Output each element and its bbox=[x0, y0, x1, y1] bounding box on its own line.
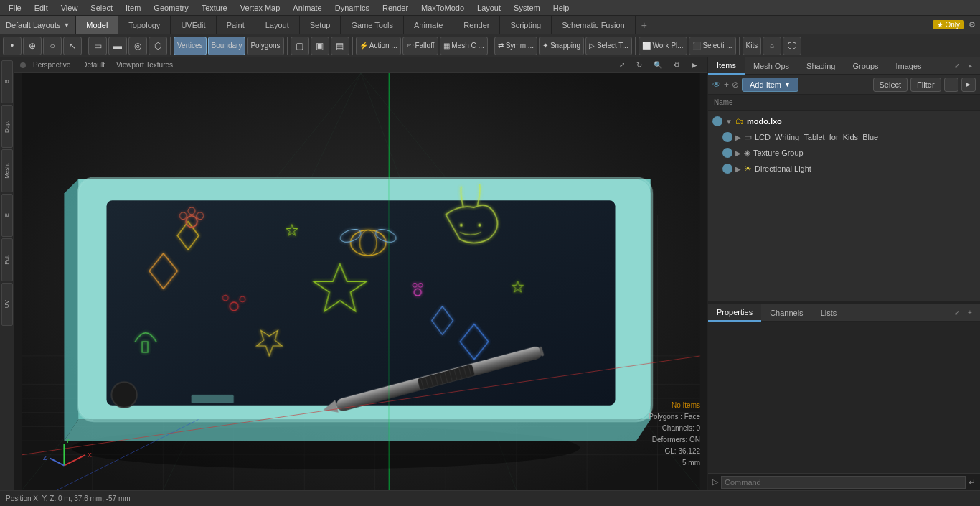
visibility-dot-light[interactable] bbox=[722, 164, 732, 174]
toolbar-sq3-btn[interactable]: ▤ bbox=[331, 37, 349, 55]
toolbar-action-btn[interactable]: ⚡ Action ... bbox=[356, 37, 401, 55]
viewport-view-label[interactable]: Default bbox=[77, 60, 109, 70]
expand-icon-modo[interactable]: ▼ bbox=[725, 118, 732, 126]
toolbar-work-pl-btn[interactable]: ⬜ Work Pl... bbox=[639, 37, 687, 55]
menu-help[interactable]: Help bbox=[547, 2, 575, 14]
item-row-texture-group[interactable]: ▶ ◈ Texture Group bbox=[708, 145, 980, 161]
menu-system[interactable]: System bbox=[508, 2, 546, 14]
toolbar-home-btn[interactable]: ⌂ bbox=[763, 37, 781, 55]
tab-items[interactable]: Items bbox=[708, 57, 745, 75]
menu-vertex-map[interactable]: Vertex Map bbox=[235, 2, 286, 14]
viewport-menu-icon[interactable]: ⚙ bbox=[669, 60, 684, 70]
tab-paint[interactable]: Paint bbox=[217, 16, 255, 34]
menu-select[interactable]: Select bbox=[85, 2, 118, 14]
toolbar-circle-btn[interactable]: ○ bbox=[43, 37, 62, 55]
tab-properties[interactable]: Properties bbox=[708, 304, 761, 322]
select-button[interactable]: Select bbox=[873, 78, 908, 92]
item-row-modo-lxo[interactable]: ▼ 🗂 modo.lxo bbox=[708, 113, 980, 129]
menu-item[interactable]: Item bbox=[120, 2, 146, 14]
visibility-dot-lcd[interactable] bbox=[722, 132, 732, 142]
toolbar-mesh-btn[interactable]: ▦ Mesh C ... bbox=[440, 37, 488, 55]
bottom-panel-plus-icon[interactable]: + bbox=[964, 307, 976, 319]
sidebar-btn-pol[interactable]: Pol. bbox=[1, 238, 13, 281]
layout-dropdown[interactable]: Default Layouts ▼ bbox=[0, 16, 76, 34]
menu-animate[interactable]: Animate bbox=[287, 2, 327, 14]
toolbar-rect1-btn[interactable]: ▭ bbox=[88, 37, 107, 55]
menu-view[interactable]: View bbox=[55, 2, 84, 14]
items-chevron-btn[interactable]: ▸ bbox=[961, 78, 976, 92]
toolbar-select-t-btn[interactable]: ▷ Select T... bbox=[585, 37, 632, 55]
sidebar-btn-uv[interactable]: UV bbox=[1, 283, 13, 326]
filter-button[interactable]: Filter bbox=[910, 78, 941, 92]
tab-mesh-ops[interactable]: Mesh Ops bbox=[745, 57, 798, 75]
visibility-dot-modo[interactable] bbox=[712, 116, 722, 126]
tab-setup[interactable]: Setup bbox=[300, 16, 341, 34]
viewport-rotate-icon[interactable]: ↻ bbox=[632, 60, 646, 70]
toolbar-dot-btn[interactable]: • bbox=[3, 37, 22, 55]
menu-layout[interactable]: Layout bbox=[471, 2, 507, 14]
tab-groups[interactable]: Groups bbox=[844, 57, 887, 75]
items-minus-btn[interactable]: − bbox=[944, 78, 958, 92]
tab-layout[interactable]: Layout bbox=[255, 16, 300, 34]
toolbar-circ-btn[interactable]: ◎ bbox=[128, 37, 147, 55]
toolbar-kits-btn[interactable]: Kits bbox=[743, 37, 762, 55]
expand-icon-lcd[interactable]: ▶ bbox=[735, 133, 741, 141]
expand-icon-light[interactable]: ▶ bbox=[735, 165, 741, 173]
menu-edit[interactable]: Edit bbox=[29, 2, 54, 14]
item-row-lcd-tablet[interactable]: ▶ ▭ LCD_Writing_Tablet_for_Kids_Blue bbox=[708, 129, 980, 145]
menu-maxtomodo[interactable]: MaxToModo bbox=[415, 2, 470, 14]
viewport-expand-icon[interactable]: ⤢ bbox=[615, 60, 629, 70]
toolbar-sq1-btn[interactable]: ▢ bbox=[291, 37, 309, 55]
viewport-canvas[interactable]: X Y Z No Items Polygons : Face Channels:… bbox=[14, 73, 707, 490]
tab-images[interactable]: Images bbox=[887, 57, 930, 75]
menu-render[interactable]: Render bbox=[377, 2, 414, 14]
tab-lists[interactable]: Lists bbox=[812, 304, 846, 322]
toolbar-arrow-btn[interactable]: ↖ bbox=[63, 37, 82, 55]
menu-geometry[interactable]: Geometry bbox=[148, 2, 194, 14]
viewport-zoom-icon[interactable]: 🔍 bbox=[649, 60, 666, 70]
toolbar-hex-btn[interactable]: ⬡ bbox=[149, 37, 167, 55]
tab-topology[interactable]: Topology bbox=[118, 16, 171, 34]
toolbar-symm-btn[interactable]: ⇄ Symm ... bbox=[494, 37, 537, 55]
tab-scripting[interactable]: Scripting bbox=[500, 16, 552, 34]
tab-animate[interactable]: Animate bbox=[404, 16, 453, 34]
menu-dynamics[interactable]: Dynamics bbox=[329, 2, 375, 14]
toolbar-boundary-btn[interactable]: Boundary bbox=[208, 37, 246, 55]
add-layout-tab-button[interactable]: + bbox=[636, 16, 653, 34]
toolbar-snapping-btn[interactable]: ✦ Snapping bbox=[539, 37, 584, 55]
tab-uvedit[interactable]: UVEdit bbox=[171, 16, 216, 34]
viewport-texture-label[interactable]: Viewport Textures bbox=[112, 60, 177, 70]
toolbar-sq2-btn[interactable]: ▣ bbox=[311, 37, 329, 55]
tab-render[interactable]: Render bbox=[453, 16, 500, 34]
sidebar-btn-e[interactable]: E bbox=[1, 194, 13, 237]
tab-shading[interactable]: Shading bbox=[798, 57, 844, 75]
toolbar-vertices-btn[interactable]: Vertices bbox=[174, 37, 207, 55]
item-row-directional-light[interactable]: ▶ ☀ Directional Light bbox=[708, 161, 980, 177]
tab-channels[interactable]: Channels bbox=[761, 304, 811, 322]
tab-schematic-fusion[interactable]: Schematic Fusion bbox=[552, 16, 635, 34]
panel-expand-icon[interactable]: ⤢ bbox=[951, 60, 963, 72]
visibility-dot-texture[interactable] bbox=[722, 148, 732, 158]
sidebar-btn-dup[interactable]: Dup. bbox=[1, 105, 13, 148]
panel-chevron-icon[interactable]: ▸ bbox=[964, 60, 976, 72]
viewport-camera-label[interactable]: Perspective bbox=[29, 60, 75, 70]
tab-model[interactable]: Model bbox=[76, 16, 118, 34]
toolbar-selecti-btn[interactable]: ⬛ Selecti ... bbox=[689, 37, 736, 55]
tab-game-tools[interactable]: Game Tools bbox=[341, 16, 404, 34]
command-submit-icon[interactable]: ↵ bbox=[969, 477, 976, 487]
toolbar-polygons-btn[interactable]: Polygons bbox=[247, 37, 283, 55]
sidebar-btn-mesh[interactable]: Mesh. bbox=[1, 149, 13, 192]
settings-icon[interactable]: ⚙ bbox=[969, 20, 976, 29]
menu-file[interactable]: File bbox=[3, 2, 27, 14]
add-item-button[interactable]: Add Item ▼ bbox=[742, 78, 798, 92]
sidebar-btn-b[interactable]: B bbox=[1, 60, 13, 103]
viewport-play-icon[interactable]: ▶ bbox=[687, 60, 702, 70]
expand-icon-texture[interactable]: ▶ bbox=[735, 149, 741, 157]
command-input[interactable] bbox=[721, 476, 966, 489]
toolbar-rect2-btn[interactable]: ▬ bbox=[108, 37, 127, 55]
toolbar-falloff-btn[interactable]: ⬿ Falloff bbox=[402, 37, 438, 55]
toolbar-world-btn[interactable]: ⊕ bbox=[23, 37, 42, 55]
menu-texture[interactable]: Texture bbox=[196, 2, 233, 14]
bottom-panel-expand-icon[interactable]: ⤢ bbox=[951, 307, 963, 319]
toolbar-maximize-btn[interactable]: ⛶ bbox=[783, 37, 801, 55]
